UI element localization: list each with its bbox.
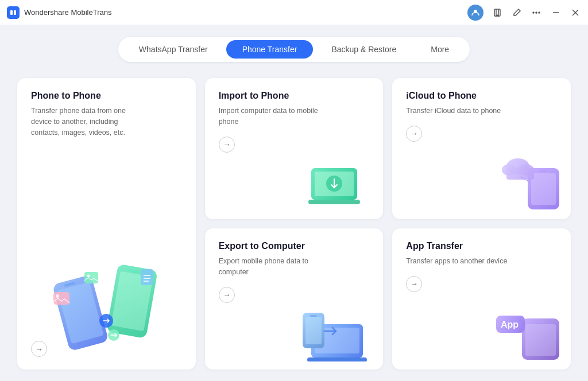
titlebar: Wondershare MobileTrans bbox=[0, 0, 588, 25]
card-phone-to-phone-arrow[interactable]: → bbox=[31, 341, 47, 357]
card-import-arrow[interactable]: → bbox=[219, 137, 235, 153]
minimize-icon[interactable] bbox=[550, 7, 562, 18]
svg-rect-32 bbox=[531, 173, 556, 205]
main-content: WhatsApp Transfer Phone Transfer Backup … bbox=[0, 25, 588, 381]
app-transfer-illustration: App bbox=[490, 301, 565, 364]
svg-text:App: App bbox=[501, 320, 519, 329]
svg-rect-46 bbox=[535, 321, 544, 322]
svg-point-6 bbox=[536, 12, 537, 13]
card-app-desc: Transfer apps to another device bbox=[406, 256, 509, 267]
svg-rect-45 bbox=[525, 324, 556, 356]
svg-rect-29 bbox=[308, 200, 360, 204]
svg-point-7 bbox=[539, 12, 540, 13]
svg-point-24 bbox=[87, 275, 90, 278]
card-phone-to-phone[interactable]: Phone to Phone Transfer phone data from … bbox=[17, 78, 196, 370]
svg-rect-2 bbox=[14, 10, 16, 15]
card-app-title: App Transfer bbox=[406, 241, 557, 251]
phone-to-phone-illustration bbox=[43, 243, 169, 358]
titlebar-right bbox=[467, 5, 581, 21]
app-icon bbox=[7, 6, 20, 19]
svg-rect-37 bbox=[506, 168, 534, 180]
cards-grid: Phone to Phone Transfer phone data from … bbox=[17, 78, 571, 370]
card-app-transfer[interactable]: App Transfer Transfer apps to another de… bbox=[392, 228, 571, 370]
card-import-title: Import to Phone bbox=[219, 91, 370, 101]
close-icon[interactable] bbox=[570, 7, 581, 18]
user-avatar[interactable] bbox=[467, 5, 483, 21]
card-app-arrow[interactable]: → bbox=[406, 276, 422, 292]
svg-rect-19 bbox=[141, 269, 153, 285]
card-import-desc: Import computer data to mobile phone bbox=[219, 106, 322, 127]
svg-point-5 bbox=[533, 12, 534, 13]
svg-rect-17 bbox=[53, 292, 69, 305]
icloud-illustration bbox=[496, 148, 565, 213]
svg-rect-40 bbox=[307, 357, 367, 361]
svg-rect-33 bbox=[539, 170, 547, 172]
card-export-desc: Export mobile phone data to computer bbox=[219, 256, 322, 278]
card-export-to-computer[interactable]: Export to Computer Export mobile phone d… bbox=[205, 228, 384, 370]
svg-rect-1 bbox=[10, 10, 13, 15]
card-icloud-desc: Transfer iCloud data to phone bbox=[406, 106, 509, 116]
tab-more[interactable]: More bbox=[415, 40, 465, 59]
svg-rect-42 bbox=[305, 317, 322, 344]
svg-rect-0 bbox=[9, 8, 18, 17]
tab-backup[interactable]: Backup & Restore bbox=[315, 40, 412, 59]
card-export-arrow[interactable]: → bbox=[219, 287, 235, 303]
card-export-title: Export to Computer bbox=[219, 241, 370, 251]
card-icloud-title: iCloud to Phone bbox=[406, 91, 557, 101]
app-title: Wondershare MobileTrans bbox=[24, 8, 111, 17]
tab-whatsapp[interactable]: WhatsApp Transfer bbox=[123, 40, 224, 59]
card-phone-to-phone-title: Phone to Phone bbox=[31, 91, 182, 101]
tab-phone[interactable]: Phone Transfer bbox=[226, 40, 314, 59]
svg-point-18 bbox=[56, 294, 59, 298]
nav-tabs: WhatsApp Transfer Phone Transfer Backup … bbox=[118, 37, 470, 62]
edit-icon[interactable] bbox=[511, 7, 523, 18]
card-import-to-phone[interactable]: Import to Phone Import computer data to … bbox=[205, 78, 384, 219]
bookmark-icon[interactable] bbox=[492, 7, 503, 18]
svg-rect-12 bbox=[57, 282, 104, 344]
menu-icon[interactable] bbox=[531, 7, 542, 18]
titlebar-left: Wondershare MobileTrans bbox=[7, 6, 111, 19]
export-illustration bbox=[303, 301, 377, 364]
card-icloud-arrow[interactable]: → bbox=[406, 126, 422, 142]
svg-rect-23 bbox=[84, 272, 98, 283]
svg-rect-43 bbox=[310, 315, 317, 317]
card-icloud-to-phone[interactable]: iCloud to Phone Transfer iCloud data to … bbox=[392, 78, 571, 219]
import-illustration bbox=[308, 154, 377, 213]
card-phone-to-phone-desc: Transfer phone data from one device to a… bbox=[31, 106, 134, 138]
